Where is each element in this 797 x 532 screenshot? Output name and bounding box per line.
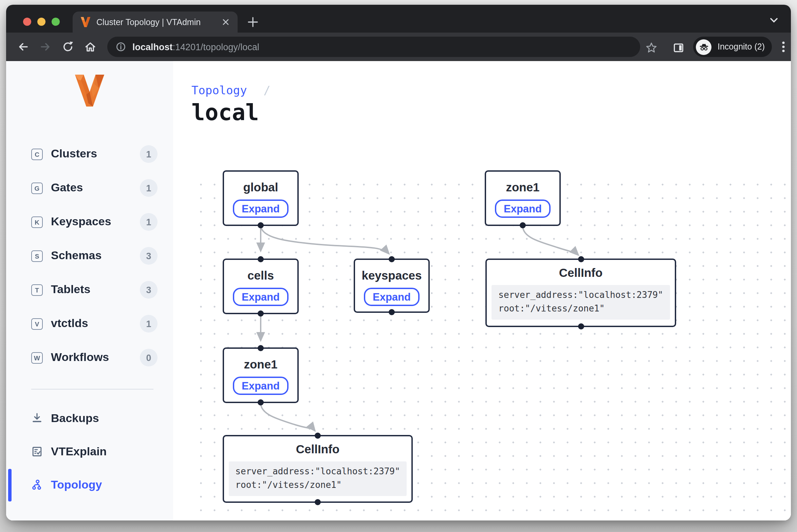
count-badge: 3 bbox=[140, 281, 157, 299]
connection-port bbox=[315, 433, 321, 439]
cellinfo-code: server_address:"localhost:2379"root:"/vi… bbox=[492, 285, 670, 320]
code-line: root:"/vitess/zone1" bbox=[498, 303, 605, 314]
new-tab-button[interactable] bbox=[245, 14, 260, 29]
node-cells: cells Expand bbox=[223, 259, 299, 314]
node-title: zone1 bbox=[506, 180, 539, 195]
expand-button-global[interactable]: Expand bbox=[233, 200, 289, 218]
checklist-icon bbox=[31, 446, 43, 457]
node-global: global Expand bbox=[223, 170, 299, 226]
sidebar-item-gates[interactable]: G Gates 1 bbox=[6, 171, 173, 205]
node-title: zone1 bbox=[244, 358, 277, 372]
sidebar-item-label: Clusters bbox=[51, 147, 97, 161]
count-badge: 1 bbox=[140, 145, 157, 163]
expand-button-cells[interactable]: Expand bbox=[233, 288, 289, 306]
expand-button-zone1-mid[interactable]: Expand bbox=[233, 377, 289, 395]
sidebar-item-workflows[interactable]: W Workflows 0 bbox=[6, 341, 173, 375]
sidebar-item-label: Topology bbox=[51, 478, 102, 492]
sidebar-item-label: Tablets bbox=[51, 283, 91, 297]
code-line: server_address:"localhost:2379" bbox=[498, 290, 663, 300]
tab-search-chevron-icon[interactable] bbox=[766, 16, 781, 25]
node-title: keyspaces bbox=[362, 269, 422, 283]
sidebar-item-label: Keyspaces bbox=[51, 215, 111, 229]
sidebar-item-clusters[interactable]: C Clusters 1 bbox=[6, 137, 173, 171]
node-cellinfo-right: CellInfo server_address:"localhost:2379"… bbox=[485, 259, 676, 327]
sidebar-item-backups[interactable]: Backups bbox=[6, 402, 173, 435]
expand-button-zone1-top[interactable]: Expand bbox=[495, 200, 551, 218]
node-zone1-mid: zone1 Expand bbox=[223, 347, 299, 403]
connection-port bbox=[315, 499, 321, 505]
address-bar[interactable]: localhost:14201/topology/local bbox=[107, 37, 640, 57]
gates-icon: G bbox=[31, 182, 43, 194]
count-badge: 1 bbox=[140, 315, 157, 332]
cellinfo-code: server_address:"localhost:2379"root:"/vi… bbox=[228, 461, 407, 496]
vitess-logo bbox=[75, 75, 105, 107]
download-icon bbox=[31, 413, 43, 424]
browser-tab[interactable]: Cluster Topology | VTAdmin bbox=[73, 12, 238, 33]
window-close-button[interactable] bbox=[23, 18, 31, 26]
active-item-indicator bbox=[8, 469, 12, 501]
connection-port bbox=[258, 399, 264, 405]
incognito-badge[interactable]: Incognito (2) bbox=[693, 37, 772, 57]
browser-menu-icon[interactable] bbox=[777, 41, 790, 53]
clusters-icon: C bbox=[31, 148, 43, 160]
count-badge: 0 bbox=[140, 349, 157, 366]
page-info-icon[interactable] bbox=[115, 41, 126, 52]
sidebar-item-label: Schemas bbox=[51, 249, 101, 263]
sidebar-item-tablets[interactable]: T Tablets 3 bbox=[6, 273, 173, 307]
code-line: root:"/vitess/zone1" bbox=[235, 480, 341, 490]
connection-port bbox=[578, 323, 584, 329]
sidebar-item-vtctlds[interactable]: V vtctlds 1 bbox=[6, 307, 173, 341]
sidebar-item-label: Workflows bbox=[51, 351, 109, 364]
connection-port bbox=[258, 256, 264, 262]
sidebar-nav-secondary: Backups VTExplain bbox=[6, 402, 173, 501]
sidebar-item-label: Backups bbox=[51, 412, 99, 425]
schemas-icon: S bbox=[31, 250, 43, 262]
connection-port bbox=[520, 222, 526, 228]
sidebar-item-vtexplain[interactable]: VTExplain bbox=[6, 435, 173, 468]
url-path: :14201/topology/local bbox=[173, 42, 259, 52]
window-zoom-button[interactable] bbox=[52, 18, 60, 26]
node-title: global bbox=[243, 180, 278, 195]
browser-window: Cluster Topology | VTAdmin bbox=[6, 5, 791, 520]
page-content: C Clusters 1 G Gates 1 K Keyspaces 1 bbox=[6, 61, 791, 520]
vitess-favicon-icon bbox=[81, 17, 90, 27]
node-title: cells bbox=[247, 269, 274, 283]
window-minimize-button[interactable] bbox=[37, 18, 45, 26]
reload-button[interactable] bbox=[62, 41, 74, 53]
main-panel: Topology / local bbox=[173, 61, 791, 520]
tablets-icon: T bbox=[31, 284, 43, 296]
node-cellinfo-bottom: CellInfo server_address:"localhost:2379"… bbox=[223, 435, 413, 503]
home-button[interactable] bbox=[84, 41, 96, 53]
sidebar-item-label: VTExplain bbox=[51, 445, 107, 458]
node-title: CellInfo bbox=[296, 442, 339, 457]
connection-port bbox=[389, 256, 395, 262]
workflows-icon: W bbox=[31, 352, 43, 363]
bookmark-star-icon[interactable] bbox=[645, 41, 657, 54]
sidebar-divider bbox=[31, 389, 153, 390]
tab-title: Cluster Topology | VTAdmin bbox=[96, 17, 220, 27]
code-line: server_address:"localhost:2379" bbox=[235, 466, 400, 476]
count-badge: 1 bbox=[140, 213, 157, 231]
url-host: localhost bbox=[132, 42, 173, 52]
node-keyspaces: keyspaces Expand bbox=[354, 259, 430, 313]
sidebar-item-keyspaces[interactable]: K Keyspaces 1 bbox=[6, 205, 173, 239]
sidebar: C Clusters 1 G Gates 1 K Keyspaces 1 bbox=[6, 61, 173, 520]
node-title: CellInfo bbox=[559, 266, 603, 280]
tab-close-icon[interactable] bbox=[220, 17, 231, 27]
expand-button-keyspaces[interactable]: Expand bbox=[364, 288, 420, 306]
sidebar-item-topology[interactable]: Topology bbox=[6, 468, 173, 501]
incognito-label: Incognito (2) bbox=[718, 42, 765, 52]
side-panel-icon[interactable] bbox=[672, 41, 684, 54]
sidebar-item-label: Gates bbox=[51, 181, 83, 195]
connection-port bbox=[389, 309, 395, 315]
count-badge: 3 bbox=[140, 247, 157, 265]
incognito-icon bbox=[696, 39, 711, 55]
back-button[interactable] bbox=[17, 41, 29, 53]
screen: Cluster Topology | VTAdmin bbox=[0, 0, 797, 532]
count-badge: 1 bbox=[140, 179, 157, 197]
sidebar-item-schemas[interactable]: S Schemas 3 bbox=[6, 239, 173, 273]
vtctlds-icon: V bbox=[31, 318, 43, 329]
forward-button[interactable] bbox=[39, 41, 52, 53]
browser-toolbar: localhost:14201/topology/local bbox=[6, 33, 791, 61]
connection-port bbox=[578, 256, 584, 262]
